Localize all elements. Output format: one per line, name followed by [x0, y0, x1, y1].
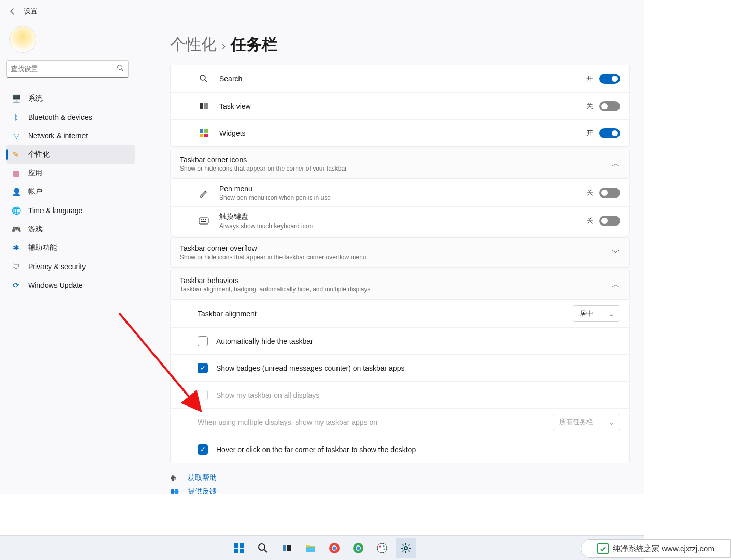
- row-label: Pen menu: [219, 185, 586, 193]
- alignment-dropdown[interactable]: 居中 ⌄: [573, 305, 620, 322]
- section-overflow[interactable]: Taskbar corner overflow Show or hide ico…: [170, 237, 630, 268]
- sidebar-item[interactable]: ▦应用: [6, 164, 135, 183]
- row-badges[interactable]: ✓ Show badges (unread messages counter) …: [171, 354, 629, 381]
- svg-rect-14: [234, 543, 238, 548]
- breadcrumb-current: 任务栏: [231, 34, 277, 55]
- nav-icon: 🎮: [11, 225, 21, 234]
- tb-explorer-icon[interactable]: [300, 538, 321, 558]
- watermark-badge: 纯净系统之家 www.cjxtzj.com: [581, 539, 731, 558]
- breadcrumb: 个性化 › 任务栏: [170, 34, 630, 55]
- keyboard-icon: [198, 217, 210, 225]
- nav-label: Privacy & security: [28, 262, 86, 271]
- sidebar-item[interactable]: ▽Network & internet: [6, 127, 135, 145]
- tb-start-icon[interactable]: [229, 538, 249, 558]
- toggle-widgets[interactable]: [599, 128, 620, 138]
- svg-rect-11: [205, 219, 206, 220]
- tb-taskview-icon[interactable]: [276, 538, 297, 558]
- section-title: Taskbar behaviors: [180, 276, 612, 285]
- svg-rect-10: [203, 219, 204, 220]
- system-taskbar[interactable]: [0, 535, 644, 560]
- tb-chrome-icon[interactable]: [324, 538, 345, 558]
- checkbox-badges[interactable]: ✓: [198, 363, 208, 373]
- svg-rect-8: [199, 218, 208, 224]
- toggle-state: 关: [586, 188, 593, 198]
- cb-label: Show badges (unread messages counter) on…: [216, 364, 620, 372]
- row-desc: Always show touch keyboard icon: [219, 222, 586, 230]
- cb-label: Automatically hide the taskbar: [216, 337, 620, 345]
- svg-rect-19: [283, 545, 286, 551]
- svg-point-27: [356, 546, 360, 550]
- nav-icon: ᛒ: [11, 113, 21, 122]
- svg-rect-5: [204, 129, 208, 133]
- sidebar-item[interactable]: ᛒBluetooth & devices: [6, 108, 135, 127]
- user-avatar[interactable]: [9, 26, 36, 53]
- chevron-down-icon: ﹀: [612, 247, 620, 258]
- row-all-displays: Show my taskbar on all displays: [171, 381, 629, 408]
- row-label: Search: [219, 75, 586, 83]
- nav-label: 帐户: [28, 187, 43, 197]
- search-input[interactable]: [11, 65, 117, 73]
- chevron-down-icon: ⌄: [609, 418, 614, 426]
- svg-point-28: [377, 543, 387, 553]
- section-desc: Taskbar alignment, badging, automaticall…: [180, 286, 612, 293]
- sidebar-item[interactable]: ✎个性化: [6, 145, 135, 164]
- svg-rect-15: [240, 543, 244, 548]
- nav-label: 个性化: [28, 150, 50, 159]
- toggle-search[interactable]: [599, 74, 620, 84]
- back-button[interactable]: [6, 5, 19, 18]
- sidebar-item[interactable]: ⟳Windows Update: [6, 276, 135, 295]
- tb-paint-icon[interactable]: [372, 538, 392, 558]
- taskview-icon: [198, 103, 210, 110]
- search-box[interactable]: [6, 60, 129, 78]
- row-hover-corner[interactable]: ✓ Hover or click on the far corner of ta…: [171, 436, 629, 463]
- nav-icon: 👤: [11, 187, 21, 197]
- pen-icon: [198, 188, 210, 198]
- taskbar-item-row: Search 开: [171, 65, 629, 92]
- checkbox-hover-corner[interactable]: ✓: [198, 444, 208, 455]
- svg-point-1: [200, 75, 205, 80]
- section-behaviors[interactable]: Taskbar behaviors Taskbar alignment, bad…: [170, 270, 630, 300]
- taskbar-items-card: Search 开 Task view 关 Widgets 开: [170, 65, 630, 147]
- toggle-state: 开: [586, 74, 593, 83]
- nav-label: Network & internet: [28, 132, 88, 140]
- row-auto-hide[interactable]: Automatically hide the taskbar: [171, 327, 629, 354]
- svg-point-30: [383, 545, 384, 547]
- section-corner-icons[interactable]: Taskbar corner icons Show or hide icons …: [170, 149, 630, 179]
- chevron-up-icon: ︿: [612, 159, 620, 170]
- nav-icon: ✱: [11, 243, 21, 253]
- svg-point-31: [383, 548, 385, 550]
- get-help-link[interactable]: 🗣 获取帮助: [170, 473, 630, 483]
- sidebar-item[interactable]: 👤帐户: [6, 183, 135, 201]
- toggle-state: 关: [586, 102, 593, 111]
- cb-label: Hover or click on the far corner of task…: [216, 445, 620, 454]
- sidebar-item[interactable]: ✱辅助功能: [6, 239, 135, 257]
- search-icon: [117, 64, 124, 74]
- alignment-label: Taskbar alignment: [198, 310, 573, 318]
- toggle-pen[interactable]: [599, 188, 620, 198]
- breadcrumb-sep-icon: ›: [222, 39, 226, 53]
- checkbox-all-displays: [198, 390, 208, 400]
- corner-icon-row: 触摸键盘Always show touch keyboard icon 关: [171, 206, 629, 235]
- chevron-up-icon: ︿: [612, 279, 620, 290]
- sidebar-item[interactable]: 🛡Privacy & security: [6, 257, 135, 276]
- checkbox-auto-hide[interactable]: [198, 336, 208, 346]
- taskbar-item-row: Task view 关: [171, 92, 629, 119]
- feedback-link[interactable]: 👥 提供反馈: [170, 487, 630, 494]
- sidebar-item[interactable]: 🖥️系统: [6, 89, 135, 108]
- sidebar-item[interactable]: 🎮游戏: [6, 220, 135, 239]
- tb-chrome2-icon[interactable]: [348, 538, 369, 558]
- row-alignment: Taskbar alignment 居中 ⌄: [171, 300, 629, 327]
- tb-search-icon[interactable]: [252, 538, 273, 558]
- toggle-keyboard[interactable]: [599, 216, 620, 226]
- nav-icon: ✎: [11, 150, 21, 159]
- sidebar-item[interactable]: 🌐Time & language: [6, 201, 135, 220]
- toggle-state: 开: [586, 129, 593, 138]
- multi-label: When using multiple displays, show my ta…: [198, 418, 553, 426]
- content-area: 个性化 › 任务栏 Search 开 Task view 关 Widgets 开…: [156, 23, 644, 494]
- breadcrumb-parent[interactable]: 个性化: [170, 34, 217, 55]
- tb-settings-icon[interactable]: [396, 538, 416, 558]
- toggle-taskview[interactable]: [599, 101, 620, 111]
- svg-rect-4: [200, 129, 203, 133]
- nav-label: 辅助功能: [28, 243, 57, 253]
- svg-rect-3: [204, 103, 208, 109]
